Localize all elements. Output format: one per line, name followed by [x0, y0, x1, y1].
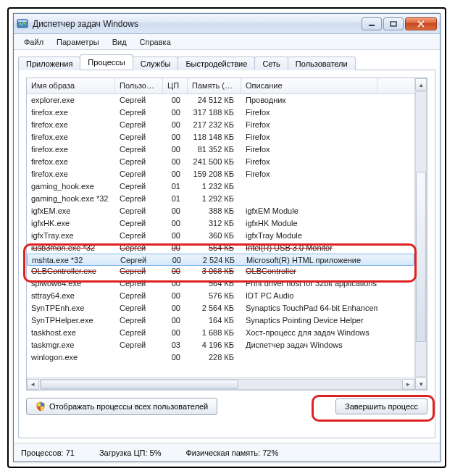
status-cpu: Загрузка ЦП: 5%: [99, 448, 162, 457]
tab-applications[interactable]: Приложения: [18, 57, 80, 70]
scroll-up-icon[interactable]: ▴: [415, 78, 427, 91]
col-cpu[interactable]: ЦП: [163, 78, 188, 93]
hscroll-thumb[interactable]: [41, 380, 238, 389]
table-row[interactable]: explorer.exeСергей0024 512 КБПроводник: [27, 94, 414, 107]
statusbar: Процессов: 71 Загрузка ЦП: 5% Физическая…: [14, 443, 440, 462]
tab-services[interactable]: Службы: [133, 57, 179, 70]
horizontal-scrollbar[interactable]: ◂ ▸: [27, 377, 414, 390]
menu-help[interactable]: Справка: [134, 36, 177, 48]
cell-user: Сергей: [115, 94, 163, 107]
vertical-scrollbar[interactable]: ▴ ▾: [414, 78, 427, 390]
col-image-name[interactable]: Имя образа: [27, 78, 115, 93]
end-process-label: Завершить процесс: [345, 402, 418, 411]
table-row[interactable]: firefox.exeСергей00241 500 КБFirefox: [27, 156, 414, 168]
cell-name: explorer.exe: [27, 94, 115, 107]
cell-mem: 228 КБ: [188, 351, 241, 364]
tab-users[interactable]: Пользователи: [288, 57, 356, 70]
cell-desc: [241, 193, 377, 205]
vscroll-thumb[interactable]: [416, 172, 426, 342]
table-row[interactable]: SynTPEnh.exeСергей002 564 КБSynaptics To…: [27, 302, 414, 314]
table-row[interactable]: igfxTray.exeСергей00360 КБigfxTray Modul…: [27, 230, 414, 242]
cell-user: Сергей: [115, 314, 163, 327]
menu-view[interactable]: Вид: [107, 36, 133, 48]
cell-mem: 3 068 КБ: [188, 265, 241, 277]
cell-desc: Print driver host for 32bit applications: [241, 277, 377, 290]
cell-desc: Intel(R) USB 3.0 Monitor: [241, 242, 377, 254]
table-row[interactable]: OLBController.exeСергей003 068 КБOLBCont…: [27, 265, 414, 277]
col-description[interactable]: Описание: [241, 78, 377, 93]
cell-cpu: 00: [163, 119, 188, 131]
cell-cpu: 01: [163, 193, 188, 205]
cell-mem: 159 208 КБ: [188, 168, 241, 180]
tab-body: Имя образа Пользо… ЦП Память (… Описание…: [18, 70, 435, 438]
table-row[interactable]: gaming_hook.exeСергей011 232 КБ: [27, 180, 414, 193]
table-row[interactable]: mshta.exe *32Сергей002 524 КБMicrosoft(R…: [27, 254, 414, 266]
table-row[interactable]: igfxHK.exeСергей00312 КБigfxHK Module: [27, 217, 414, 230]
col-user[interactable]: Пользо…: [115, 78, 163, 93]
cell-mem: 2 524 КБ: [188, 254, 242, 265]
table-row[interactable]: taskmgr.exeСергей034 196 КБДиспетчер зад…: [27, 339, 414, 351]
cell-name: firefox.exe: [27, 107, 115, 119]
col-memory[interactable]: Память (…: [188, 78, 241, 93]
cell-mem: 118 148 КБ: [188, 131, 241, 143]
cell-name: igfxTray.exe: [27, 230, 115, 242]
cell-cpu: 01: [163, 180, 188, 193]
table-row[interactable]: taskhost.exeСергей001 688 КБХост-процесс…: [27, 327, 414, 339]
show-all-users-label: Отображать процессы всех пользователей: [49, 402, 208, 411]
cell-desc: Synaptics TouchPad 64-bit Enhancements: [241, 302, 377, 314]
cell-cpu: 00: [163, 143, 188, 156]
table-row[interactable]: gaming_hook.exe *32Сергей011 292 КБ: [27, 193, 414, 205]
menu-options[interactable]: Параметры: [51, 36, 105, 48]
cell-desc: OLBController: [241, 265, 377, 277]
cell-user: Сергей: [115, 107, 163, 119]
cell-cpu: 00: [163, 156, 188, 168]
cell-mem: 564 КБ: [188, 277, 241, 290]
cell-mem: 1 232 КБ: [188, 180, 241, 193]
cell-desc: IDT PC Audio: [241, 290, 377, 302]
cell-name: firefox.exe: [27, 119, 115, 131]
table-row[interactable]: iusb3mon.exe *32Сергей00564 КБIntel(R) U…: [27, 242, 414, 254]
shield-icon: [36, 401, 46, 412]
table-row[interactable]: igfxEM.exeСергей00388 КБigfxEM Module: [27, 205, 414, 217]
table-row[interactable]: firefox.exeСергей00118 148 КБFirefox: [27, 131, 414, 143]
cell-name: taskhost.exe: [27, 327, 115, 339]
status-memory: Физическая память: 72%: [185, 448, 278, 457]
cell-cpu: 00: [163, 94, 188, 107]
tab-performance[interactable]: Быстродействие: [178, 57, 255, 70]
table-row[interactable]: winlogon.exe00228 КБ: [27, 351, 414, 364]
app-icon: [17, 18, 28, 30]
scroll-left-icon[interactable]: ◂: [27, 379, 39, 390]
cell-name: firefox.exe: [27, 143, 115, 156]
table-row[interactable]: firefox.exeСергей00317 188 КБFirefox: [27, 107, 414, 119]
table-row[interactable]: firefox.exeСергей00217 232 КБFirefox: [27, 119, 414, 131]
menu-file[interactable]: Файл: [18, 36, 49, 48]
close-button[interactable]: [405, 17, 437, 30]
show-all-users-button[interactable]: Отображать процессы всех пользователей: [26, 398, 217, 415]
cell-mem: 388 КБ: [188, 205, 241, 217]
titlebar[interactable]: Диспетчер задач Windows: [14, 14, 440, 34]
minimize-button[interactable]: [362, 17, 382, 30]
cell-user: Сергей: [115, 290, 163, 302]
maximize-button[interactable]: [383, 17, 404, 30]
cell-cpu: 00: [163, 217, 188, 230]
tab-processes[interactable]: Процессы: [80, 54, 133, 70]
table-row[interactable]: sttray64.exeСергей00576 КБIDT PC Audio: [27, 290, 414, 302]
cell-name: SynTPHelper.exe: [27, 314, 115, 327]
cell-cpu: 00: [163, 277, 188, 290]
table-row[interactable]: firefox.exeСергей0081 352 КБFirefox: [27, 143, 414, 156]
cell-mem: 4 196 КБ: [188, 339, 241, 351]
tab-network[interactable]: Сеть: [254, 57, 288, 70]
cell-user: Сергей: [115, 119, 163, 131]
cell-user: Сергей: [116, 254, 164, 265]
scroll-right-icon[interactable]: ▸: [402, 379, 414, 390]
end-process-button[interactable]: Завершить процесс: [335, 398, 427, 414]
cell-name: sttray64.exe: [27, 290, 115, 302]
scroll-down-icon[interactable]: ▾: [415, 377, 427, 390]
table-row[interactable]: firefox.exeСергей00159 208 КБFirefox: [27, 168, 414, 180]
table-row[interactable]: splwow64.exeСергей00564 КБPrint driver h…: [27, 277, 414, 290]
cell-cpu: 00: [163, 265, 188, 277]
table-row[interactable]: SynTPHelper.exeСергей00164 КБSynaptics P…: [27, 314, 414, 327]
cell-user: Сергей: [115, 302, 163, 314]
svg-rect-2: [369, 25, 375, 26]
cell-mem: 317 188 КБ: [188, 107, 241, 119]
